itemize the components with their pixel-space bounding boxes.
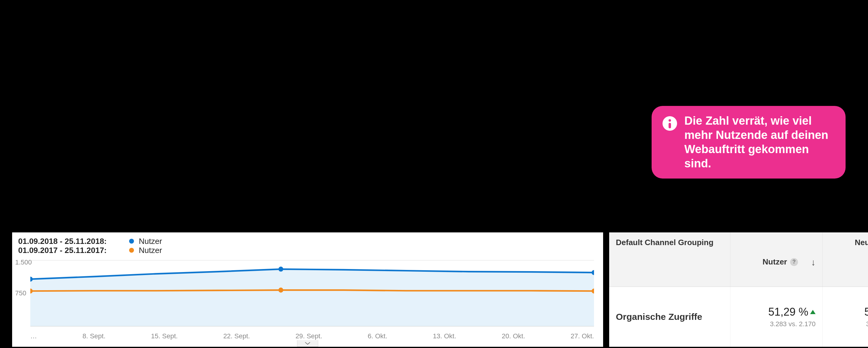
svg-point-4 xyxy=(279,267,283,272)
column-header-neue-nutzer-label: Neue Nutzer xyxy=(855,238,868,247)
users-chart-panel: 01.09.2018 - 25.11.2018: Nutzer 01.09.20… xyxy=(12,233,603,347)
column-header-nutzer[interactable]: Nutzer ? ↓ xyxy=(731,233,823,286)
xtick-3: 22. Sept. xyxy=(223,332,250,340)
chart-plot-area[interactable] xyxy=(30,257,594,329)
chart-xticks: … 8. Sept. 15. Sept. 22. Sept. 29. Sept.… xyxy=(30,332,594,340)
svg-point-7 xyxy=(279,287,283,292)
ytick-750: 750 xyxy=(15,289,26,297)
legend-row-2018: 01.09.2018 - 25.11.2018: Nutzer xyxy=(18,237,162,246)
xtick-1: 8. Sept. xyxy=(83,332,105,340)
neue-nutzer-pct: 54,45 % xyxy=(864,306,868,318)
cell-channel-name: Organische Zugriffe xyxy=(609,287,731,347)
chevron-down-icon xyxy=(305,342,310,345)
column-header-nutzer-label: Nutzer xyxy=(763,257,787,267)
nutzer-pct-wrap: 51,29 % xyxy=(768,306,815,318)
column-header-neue-nutzer-label-wrap: Neue Nutzer ? xyxy=(855,238,868,247)
cell-nutzer: 51,29 % 3.283 vs. 2.170 xyxy=(731,287,823,347)
channel-name: Organische Zugriffe xyxy=(616,312,723,322)
chart-svg xyxy=(30,257,594,329)
sort-descending-icon[interactable]: ↓ xyxy=(811,257,815,268)
nutzer-pct: 51,29 % xyxy=(768,306,808,318)
column-header-grouping[interactable]: Default Channel Grouping xyxy=(609,233,731,286)
up-arrow-icon xyxy=(810,310,815,314)
legend-dates-2017: 01.09.2017 - 25.11.2017: xyxy=(18,246,124,255)
xtick-6: 13. Okt. xyxy=(433,332,456,340)
xtick-2: 15. Sept. xyxy=(151,332,178,340)
table-header-row: Default Channel Grouping Nutzer ? ↓ Neue… xyxy=(609,233,868,287)
info-icon xyxy=(662,116,677,131)
chart-legend: 01.09.2018 - 25.11.2018: Nutzer 01.09.20… xyxy=(18,237,162,255)
nutzer-compare: 3.283 vs. 2.170 xyxy=(770,320,815,328)
column-header-nutzer-label-wrap: Nutzer ? xyxy=(763,257,798,267)
xtick-4: 29. Sept. xyxy=(296,332,322,340)
xtick-8: 27. Okt. xyxy=(571,332,594,340)
xtick-5: 6. Okt. xyxy=(368,332,387,340)
info-callout: Die Zahl verrät, wie viel mehr Nutzende … xyxy=(652,106,845,178)
neue-nutzer-compare: 3.089 vs. 2.000 xyxy=(866,320,868,328)
chart-expand-button[interactable] xyxy=(297,340,318,347)
ytick-1500: 1.500 xyxy=(15,258,32,266)
legend-dot-blue-icon xyxy=(129,239,134,244)
neue-nutzer-pct-wrap: 54,45 % xyxy=(864,306,868,318)
help-icon[interactable]: ? xyxy=(790,258,798,266)
channel-table: Default Channel Grouping Nutzer ? ↓ Neue… xyxy=(609,233,868,347)
legend-name-2018: Nutzer xyxy=(139,237,162,246)
callout-text: Die Zahl verrät, wie viel mehr Nutzende … xyxy=(684,114,835,171)
xtick-7: 20. Okt. xyxy=(502,332,525,340)
xtick-0: … xyxy=(30,332,37,340)
legend-dot-orange-icon xyxy=(129,248,134,253)
column-header-grouping-label: Default Channel Grouping xyxy=(616,238,713,247)
cell-neue-nutzer: 54,45 % 3.089 vs. 2.000 xyxy=(823,287,868,347)
column-header-neue-nutzer[interactable]: Neue Nutzer ? xyxy=(823,233,868,286)
legend-dates-2018: 01.09.2018 - 25.11.2018: xyxy=(18,237,124,246)
table-row[interactable]: Organische Zugriffe 51,29 % 3.283 vs. 2.… xyxy=(609,287,868,347)
legend-name-2017: Nutzer xyxy=(139,246,162,255)
legend-row-2017: 01.09.2017 - 25.11.2017: Nutzer xyxy=(18,246,162,255)
